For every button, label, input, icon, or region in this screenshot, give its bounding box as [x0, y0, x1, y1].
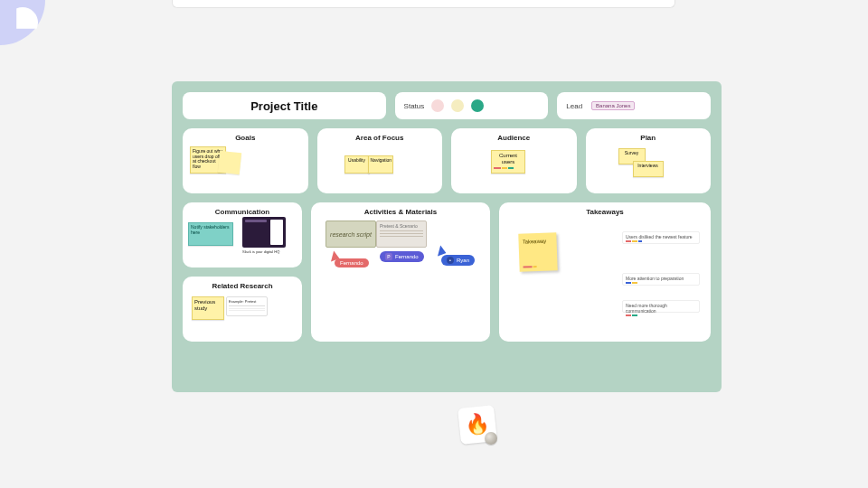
user-avatar: • [447, 257, 454, 264]
takeaway-item-3[interactable]: Need more thorough communication [622, 300, 700, 313]
status-dot-green[interactable] [471, 99, 484, 112]
activities-card[interactable]: Activities & Materials research script P… [311, 202, 490, 342]
status-card[interactable]: Status [395, 92, 549, 119]
activities-attachment-pretest-label: Pretest & Scenario [380, 223, 418, 229]
plan-title: Plan [591, 134, 706, 142]
user-avatar: P [385, 253, 392, 260]
audience-progress [494, 167, 523, 169]
plan-card[interactable]: Plan Survey Interviews [586, 128, 712, 193]
focus-tag-1[interactable]: Usability [344, 155, 370, 174]
activities-title: Activities & Materials [316, 208, 485, 216]
goals-sticky-blank[interactable] [218, 151, 241, 174]
activities-attachment-script[interactable]: research script [326, 221, 376, 248]
takeaways-sticky-text: Takeaway [522, 239, 546, 245]
activities-column: Activities & Materials research script P… [311, 202, 490, 342]
user-tag-label: Fernando [340, 260, 363, 266]
related-sticky[interactable]: Previous study [192, 296, 224, 320]
communication-thumbnail[interactable] [242, 217, 286, 248]
takeaways-card[interactable]: Takeaways Takeaway Users disliked the ne… [499, 202, 711, 342]
related-doc-title: Example: Pretest [229, 299, 265, 304]
lead-label: Lead [566, 102, 582, 110]
activities-attachment-pretest[interactable]: Pretest & Scenario [376, 221, 427, 248]
takeaways-column: Takeaways Takeaway Users disliked the ne… [499, 202, 711, 342]
detail-row: Communication Notify stakeholders here S… [183, 202, 711, 342]
user-tag-fernando-2[interactable]: P Fernando [380, 251, 424, 262]
takeaway-item-2-text: More attention to preparation [626, 276, 684, 281]
lead-name-chip[interactable]: Banana Jones [591, 101, 635, 110]
audience-card[interactable]: Audience Current users [451, 128, 577, 193]
status-dot-yellow[interactable] [451, 99, 464, 112]
related-title: Related Research [188, 282, 297, 290]
audience-title: Audience [457, 134, 571, 142]
communication-sticky[interactable]: Notify stakeholders here [188, 222, 233, 246]
related-doc-thumbnail[interactable]: Example: Pretest [226, 296, 268, 316]
takeaway-item-2[interactable]: More attention to preparation [622, 273, 700, 286]
app-logo-corner [0, 0, 45, 45]
user-tag-ryan[interactable]: • Ryan [441, 255, 475, 266]
related-sticky-text: Previous study [194, 299, 215, 311]
takeaway-item-3-text: Need more thorough communication [626, 303, 667, 314]
overview-row: Goals Figure out why users drop off at c… [183, 128, 711, 193]
communication-sticky-text: Notify stakeholders here [191, 224, 230, 235]
takeaway-item-1[interactable]: Users disliked the newest feature [622, 231, 700, 244]
focus-title: Area of Focus [323, 134, 438, 142]
focus-tag-2[interactable]: Navigation [368, 155, 393, 174]
takeaway-item-1-text: Users disliked the newest feature [626, 234, 693, 239]
left-column: Communication Notify stakeholders here S… [183, 202, 302, 342]
project-title-card[interactable]: Project Title [183, 92, 386, 119]
status-dot-red[interactable] [431, 99, 444, 112]
audience-sticky[interactable]: Current users [491, 150, 525, 174]
project-board[interactable]: Project Title Status Lead Banana Jones G… [172, 81, 722, 392]
communication-title: Communication [188, 208, 297, 216]
communication-thumbnail-caption: Slack is your digital HQ [242, 249, 286, 254]
board-header-row: Project Title Status Lead Banana Jones [183, 92, 711, 119]
related-research-card[interactable]: Related Research Previous study Example:… [183, 277, 302, 342]
goals-card[interactable]: Goals Figure out why users drop off at c… [183, 128, 308, 193]
user-tag-label: Fernando [395, 254, 419, 259]
takeaways-title: Takeaways [505, 208, 705, 216]
communication-card[interactable]: Communication Notify stakeholders here S… [183, 202, 302, 267]
takeaways-sticky-bar [524, 266, 537, 268]
plan-item-2[interactable]: Interviews [633, 161, 664, 177]
top-toolbar-edge [172, 0, 675, 8]
user-tag-label: Ryan [457, 258, 469, 263]
goals-title: Goals [188, 134, 303, 142]
audience-sticky-text: Current users [499, 153, 517, 164]
moon-sticker-icon[interactable] [485, 432, 497, 445]
project-title-text: Project Title [250, 99, 317, 113]
focus-card[interactable]: Area of Focus Usability Navigation [317, 128, 443, 193]
user-tag-fernando-1[interactable]: Fernando [335, 258, 369, 267]
lead-card[interactable]: Lead Banana Jones [557, 92, 711, 119]
activities-attachment-script-label: research script [330, 231, 372, 238]
status-label: Status [404, 102, 425, 110]
takeaways-sticky[interactable]: Takeaway [518, 232, 557, 271]
